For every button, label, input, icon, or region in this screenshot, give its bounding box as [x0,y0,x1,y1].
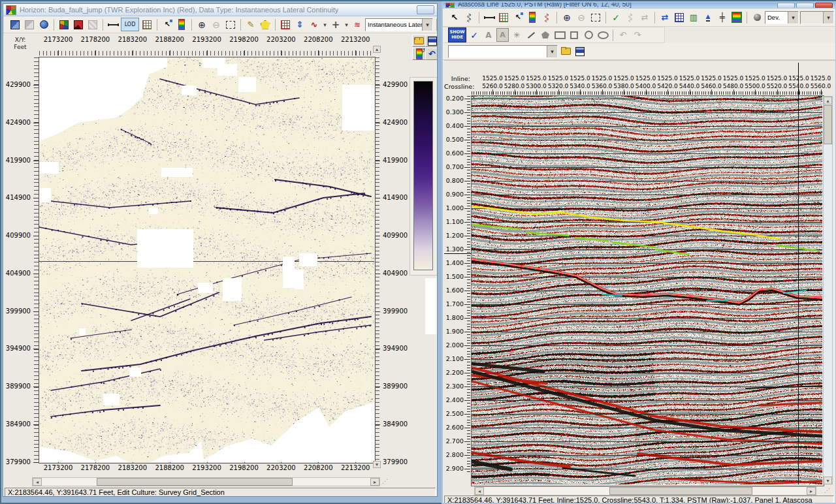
grid-cell-icon[interactable] [279,18,292,31]
polygon-annotation-icon[interactable] [539,29,552,41]
color-scale-icon[interactable] [526,11,539,24]
wiggle-trace-icon[interactable] [462,11,475,24]
flatten-icon[interactable] [658,11,671,24]
fence-display-icon[interactable] [687,11,700,24]
section-scroll-right-arrow[interactable]: ▸ [807,487,816,495]
select-pointer-icon[interactable] [161,18,174,31]
maximize-button[interactable] [796,3,814,8]
zoom-in-icon[interactable] [195,18,208,31]
show-hide-button[interactable]: SHOW HIDE [448,27,466,42]
colorbar-cycle-icon[interactable] [412,48,426,60]
basemap-select-icon[interactable] [72,18,85,31]
zoom-fit-icon[interactable] [224,18,237,31]
velocity-grid-icon[interactable] [673,11,686,24]
section-resize-grip[interactable]: ⋰ [824,487,830,494]
empty-combo[interactable] [800,11,834,24]
copy-view-disabled-icon[interactable] [23,18,36,31]
circle-annotation-icon[interactable] [582,29,595,41]
lod-toggle-button[interactable]: LOD [121,18,139,31]
pointer-tool-icon[interactable] [448,11,461,24]
annotation-check-icon[interactable] [468,29,481,41]
map-y-label: 429900 [5,81,31,88]
datum-level-icon[interactable] [701,11,715,24]
world-view-icon[interactable] [37,18,50,31]
save-session-icon[interactable] [573,45,587,57]
map-scroll-up-arrow[interactable]: ▴ [373,46,381,53]
section-vscroll-thumb[interactable] [824,105,832,144]
grid-display-icon[interactable] [497,11,510,24]
data-type-combo[interactable]: Instantaneous Later. [365,18,433,31]
map-scroll-down-arrow[interactable]: ▾ [373,461,381,468]
map-y-label: 424900 [383,119,413,126]
symbol-annotation-icon[interactable] [510,29,523,41]
contour-overlay-icon[interactable] [308,18,321,31]
section-hscroll-thumb[interactable] [609,487,752,495]
map-scroll-left-arrow[interactable]: ◂ [33,478,42,486]
seismic-section-image[interactable] [472,96,822,484]
scale-bar-icon[interactable] [483,11,496,24]
undo-icon[interactable] [617,29,630,41]
map-resize-grip[interactable]: ⋰ [382,478,388,484]
chevron-down-icon[interactable] [547,46,557,57]
section-vscrollbar[interactable]: ▴ ▾ [823,96,833,484]
split-panel-icon[interactable] [716,11,729,24]
measure-tool-icon[interactable] [244,18,257,31]
section-hscrollbar[interactable]: ◂ ▸ [474,486,816,496]
undo-edit-icon[interactable] [425,48,438,60]
ellipse-annotation-icon[interactable] [596,29,609,41]
text-annotation-icon[interactable]: A [482,29,495,41]
zoom-in-icon[interactable] [560,11,573,24]
basemap-disabled-icon[interactable] [86,18,99,31]
deviation-combo[interactable]: Dev. [765,11,799,24]
minimize-button[interactable] [777,3,795,8]
section-scroll-up-arrow[interactable]: ▴ [824,97,832,104]
map-x-label: 2208200 [298,464,338,471]
scale-bar-icon[interactable] [106,18,120,31]
text-box-annotation-icon[interactable]: A [496,28,509,42]
map-scroll-right-arrow[interactable]: ▸ [370,478,379,486]
redo-icon[interactable] [631,29,644,41]
section-scroll-left-arrow[interactable]: ◂ [475,487,484,495]
map-window-titlebar[interactable]: Horizon: Buda_fault_jump (TWR Exploratio… [3,4,437,16]
rectangle-annotation-icon[interactable] [553,29,566,41]
map-hscroll-thumb[interactable] [97,478,293,486]
map-hscrollbar[interactable]: ◂ ▸ [32,477,380,486]
attribute-colorbar[interactable] [413,81,433,270]
close-button[interactable] [815,3,833,8]
open-file-icon[interactable] [412,35,426,47]
pan-caret[interactable] [344,18,349,31]
fault-overlay-icon[interactable] [351,18,364,31]
open-session-icon[interactable] [559,45,572,57]
chevron-down-icon[interactable] [788,12,798,24]
wiggle-disabled-icon[interactable] [624,11,637,24]
amplitude-scale-icon[interactable] [730,11,743,24]
square-annotation-icon[interactable] [568,29,581,41]
select-pointer-icon[interactable] [511,11,524,24]
apply-picks-icon[interactable] [609,11,622,24]
basemap-icon[interactable] [57,18,71,31]
zoom-out-icon[interactable] [575,11,588,24]
vertical-scale-icon[interactable] [293,18,306,31]
chevron-down-icon[interactable] [823,12,833,24]
session-combo[interactable] [448,45,558,58]
copy-view-icon[interactable] [8,18,22,31]
contour-caret[interactable] [322,18,328,31]
grid-display-icon[interactable] [140,18,153,31]
color-scale-icon[interactable] [175,18,188,31]
zoom-out-icon[interactable] [210,18,223,31]
section-window-titlebar[interactable]: Atascosa Line 1525.0, PSTM (Raw) [Filter… [443,3,835,8]
trace-color-icon[interactable] [540,11,553,24]
minimize-button[interactable] [417,5,434,14]
section-scroll-down-arrow[interactable]: ▾ [824,477,832,484]
chevron-down-icon[interactable] [422,19,432,31]
save-file-icon[interactable] [425,35,438,47]
polygon-tool-icon[interactable] [259,18,272,31]
axis-tick [33,424,39,425]
sphere-icon[interactable] [750,11,764,24]
snap-disabled-icon[interactable] [638,11,651,24]
line-annotation-icon[interactable] [524,29,538,41]
axis-tick [375,123,380,123]
pan-tool-icon[interactable] [329,18,342,31]
horizon-attribute-map[interactable] [39,57,374,462]
zoom-fit-icon[interactable] [589,11,602,24]
